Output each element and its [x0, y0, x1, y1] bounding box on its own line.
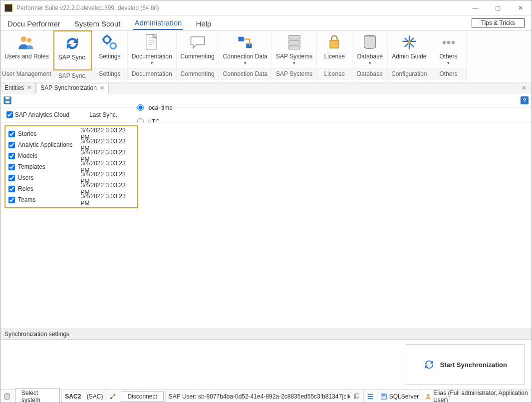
sync-item-checkbox[interactable]	[8, 153, 15, 159]
close-button[interactable]: ✕	[509, 0, 532, 15]
start-synchronization-button[interactable]: Start Synchronization	[406, 344, 525, 385]
local-time-radio-input[interactable]	[137, 104, 144, 111]
comment-icon	[189, 33, 207, 51]
sync-item-name: Users	[18, 174, 80, 181]
svg-point-13	[442, 41, 446, 44]
ribbon-group-label: SAP Sync.	[53, 70, 92, 82]
ribbon-button-others[interactable]: Others ▾	[431, 30, 466, 68]
ribbon-group-label: Configuration	[388, 68, 430, 80]
connection-icon[interactable]	[106, 390, 119, 403]
menu-docu-performer[interactable]: Docu Performer	[6, 17, 61, 30]
sync-item-checkbox[interactable]	[8, 197, 15, 203]
ribbon-button-label: SAP Systems ▾	[276, 53, 312, 68]
sync-item-checkbox[interactable]	[8, 186, 15, 192]
sac-checkbox-input[interactable]	[6, 111, 13, 118]
ribbon-group: SAP Systems ▾SAP Systems	[272, 30, 317, 82]
sap-user-label: SAP User: sb-8077b4ba-0d52-41e4-892a-2c8…	[165, 390, 350, 403]
ribbon-group: Documentation ▾Documentation	[128, 30, 177, 82]
sync-item-name: Roles	[18, 185, 80, 192]
statusbar: Select system SAC2 (SAC) Disconnect SAP …	[0, 390, 532, 403]
svg-point-12	[407, 41, 411, 44]
database-icon	[361, 33, 379, 51]
ribbon-button-commenting[interactable]: Commenting	[177, 30, 219, 68]
sync-list: Stories3/4/2022 3:03:23 PMAnalytic Appli…	[4, 125, 138, 208]
sync-content: Stories3/4/2022 3:03:23 PMAnalytic Appli…	[0, 122, 532, 329]
ribbon-group-label: License	[317, 68, 352, 80]
svg-point-21	[114, 394, 116, 396]
ribbon-button-database[interactable]: Database ▾	[352, 30, 387, 68]
svg-point-26	[427, 394, 430, 397]
help-icon[interactable]: ?	[521, 96, 529, 104]
users-icon	[17, 33, 35, 51]
database-icon[interactable]	[0, 390, 13, 403]
copy-icon[interactable]	[350, 390, 363, 403]
window-title: Performer Suite v22.2.0-develop.399. dev…	[16, 4, 464, 11]
filter-row: SAP Analytics Cloud Last Sync. local tim…	[0, 107, 532, 122]
ribbon-button-label: License	[324, 53, 344, 68]
close-icon[interactable]: ✕	[27, 84, 31, 91]
sac-checkbox[interactable]: SAP Analytics Cloud	[6, 111, 69, 118]
toolbar: ?	[0, 93, 532, 107]
menu-help[interactable]: Help	[195, 17, 212, 30]
sync-item-name: Templates	[18, 163, 80, 170]
svg-point-2	[103, 36, 110, 43]
chevron-down-icon: ▾	[440, 60, 458, 65]
ribbon-button-license[interactable]: License	[317, 30, 352, 68]
ribbon-button-settings[interactable]: Settings	[92, 30, 127, 68]
tab-entities[interactable]: Entities ✕	[0, 82, 36, 93]
svg-point-15	[451, 41, 455, 44]
ribbon-button-admin-guide[interactable]: Admin Guide	[388, 30, 430, 68]
minimize-button[interactable]: —	[464, 0, 487, 15]
align-icon[interactable]	[363, 390, 377, 403]
system-indicator: SAC2 (SAC)	[61, 390, 106, 403]
document-tabs: Entities ✕ SAP Synchronization ✕ ✕	[0, 82, 532, 93]
svg-rect-8	[288, 41, 300, 44]
sync-item-name: Models	[18, 152, 80, 159]
close-all-tabs[interactable]: ✕	[517, 84, 532, 91]
ribbon-group-label: Settings	[92, 68, 127, 80]
ribbon-button-label: Connection Data ▾	[223, 53, 267, 68]
ribbon-group: SettingsSettings	[92, 30, 128, 82]
db-server-indicator: SQLServer	[377, 390, 422, 403]
svg-point-1	[27, 38, 31, 42]
svg-point-3	[110, 43, 116, 48]
gears-icon	[101, 33, 119, 51]
disconnect-button[interactable]: Disconnect	[121, 392, 163, 402]
systems-icon	[285, 33, 303, 51]
sync-item-name: Stories	[18, 130, 80, 137]
start-sync-label: Start Synchronization	[440, 361, 507, 369]
ribbon-button-connection-data[interactable]: Connection Data ▾	[219, 30, 271, 68]
menu-system-scout[interactable]: System Scout	[73, 17, 122, 30]
guide-icon	[400, 33, 418, 51]
close-icon[interactable]: ✕	[100, 85, 104, 91]
select-system-button[interactable]: Select system	[15, 388, 60, 403]
chevron-down-icon: ▾	[132, 60, 172, 65]
ribbon-button-users-and-roles[interactable]: Users and Roles	[0, 30, 53, 68]
menu-administration[interactable]: Administration	[133, 16, 183, 30]
ribbon-group: CommentingCommenting	[177, 30, 219, 82]
sync-item-checkbox[interactable]	[8, 131, 15, 137]
sync-item-checkbox[interactable]	[8, 175, 15, 181]
svg-rect-9	[288, 46, 300, 49]
ribbon-button-documentation[interactable]: Documentation ▾	[128, 30, 176, 68]
main-content: Stories3/4/2022 3:03:23 PMAnalytic Appli…	[0, 122, 532, 390]
ribbon-button-label: Commenting	[181, 53, 215, 68]
sync-icon	[63, 34, 81, 52]
ribbon-button-sap-systems[interactable]: SAP Systems ▾	[272, 30, 316, 68]
tips-tricks-button[interactable]: Tips & Tricks	[472, 18, 525, 27]
chevron-down-icon: ▾	[357, 60, 382, 65]
sync-item-checkbox[interactable]	[8, 142, 15, 148]
ribbon-button-sap-sync-[interactable]: SAP Sync.	[53, 30, 92, 70]
svg-point-20	[110, 397, 112, 399]
doc-icon	[143, 33, 161, 51]
local-time-radio[interactable]: local time	[137, 104, 173, 111]
ribbon-button-label: Admin Guide	[392, 53, 426, 68]
save-icon[interactable]	[3, 96, 11, 104]
tab-sap-synchronization[interactable]: SAP Synchronization ✕	[36, 83, 109, 93]
svg-rect-10	[330, 40, 339, 48]
sync-row: Teams3/4/2022 3:03:23 PM	[8, 194, 134, 205]
sync-item-checkbox[interactable]	[8, 164, 15, 170]
maximize-button[interactable]: ▢	[487, 0, 509, 15]
titlebar: Performer Suite v22.2.0-develop.399. dev…	[0, 0, 532, 15]
sync-icon	[423, 359, 435, 371]
